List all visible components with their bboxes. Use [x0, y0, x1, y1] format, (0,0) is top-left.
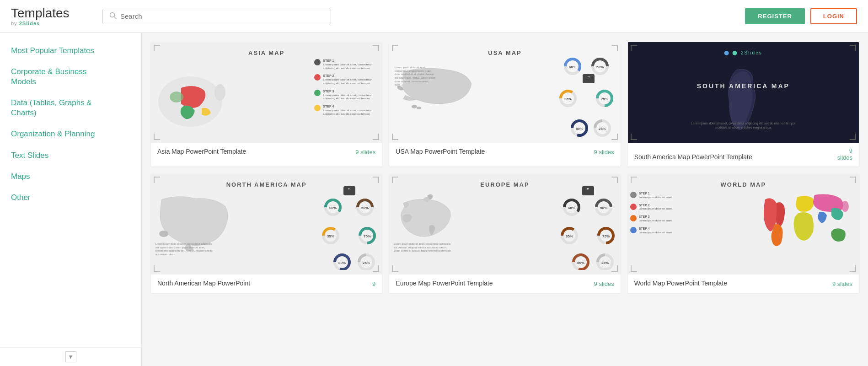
template-thumbnail-north-america: NORTH AMERICA MAP "	[151, 174, 382, 274]
svg-text:75%: 75%	[601, 97, 608, 101]
south-logo-text: 2Slides	[741, 50, 762, 55]
asia-map-svg	[154, 65, 254, 138]
sidebar: Most Popular Templates Corporate & Busin…	[0, 33, 142, 366]
sidebar-item-data[interactable]: Data (Tables, Graphs &Charts)	[0, 92, 141, 124]
svg-text:60%: 60%	[329, 206, 337, 210]
template-card-europe[interactable]: EUROPE MAP	[389, 174, 620, 293]
svg-text:": "	[587, 187, 589, 194]
svg-point-27	[159, 231, 168, 237]
svg-text:25%: 25%	[363, 261, 370, 265]
europe-info: Europe Map PowerPoint Template 9 slides	[389, 274, 620, 293]
main-content: ASIA MAP	[142, 33, 868, 366]
world-map-title: WORLD MAP	[721, 181, 766, 188]
svg-text:50%: 50%	[361, 206, 369, 210]
asia-template-name: Asia Map PowerPoint Template	[157, 147, 352, 156]
search-input[interactable]	[120, 12, 324, 20]
europe-map-title: EUROPE MAP	[480, 181, 529, 188]
north-america-donut-charts: " 60% 50%	[321, 185, 381, 270]
search-icon	[109, 12, 117, 21]
template-card-south-america[interactable]: 2Slides SOUTH AMERICA MAP	[628, 42, 859, 167]
usa-template-name: USA Map PowerPoint Template	[396, 147, 590, 156]
svg-text:80%: 80%	[576, 127, 583, 131]
main-layout: Most Popular Templates Corporate & Busin…	[0, 33, 868, 366]
asia-info: Asia Map PowerPoint Template 9 slides	[151, 143, 382, 161]
header: Templates by 2Slides REGISTER LOGIN	[0, 0, 868, 33]
svg-text:": "	[587, 75, 589, 82]
north-america-map-title: NORTH AMERICA MAP	[226, 181, 307, 188]
svg-text:50%: 50%	[596, 65, 604, 69]
logo-brand: 2Slides	[19, 21, 40, 26]
sidebar-list: Most Popular Templates Corporate & Busin…	[0, 33, 141, 347]
svg-text:": "	[348, 187, 351, 194]
europe-text: Lorem ipsum dolor sit amet, consectetur …	[394, 242, 453, 253]
world-step-list: STEP 1 Lorem ipsum dolor sit amet. STEP …	[630, 191, 680, 238]
usa-text: Lorem ipsum dolor sit amet, consectetur …	[395, 66, 436, 87]
logo-title: Templates	[11, 6, 84, 21]
usa-map-title: USA MAP	[488, 49, 521, 56]
svg-text:80%: 80%	[338, 261, 346, 265]
template-thumbnail-world: WORLD MAP	[628, 174, 859, 274]
template-thumbnail-asia: ASIA MAP	[151, 42, 382, 143]
template-card-usa[interactable]: USA MAP	[389, 42, 620, 167]
svg-text:50%: 50%	[600, 206, 607, 210]
north-america-info: North American Map PowerPoint 9	[151, 274, 382, 293]
sidebar-item-corporate[interactable]: Corporate & BusinessModels	[0, 61, 141, 92]
sidebar-item-maps[interactable]: Maps	[0, 166, 141, 187]
north-america-slides: 9	[372, 280, 375, 287]
svg-text:35%: 35%	[564, 97, 572, 101]
europe-donut-charts: " 60% 50%	[560, 185, 620, 270]
south-america-template-name: South America Map PowerPoint Template	[634, 153, 834, 161]
svg-text:25%: 25%	[599, 127, 606, 131]
svg-line-1	[114, 16, 117, 19]
svg-text:75%: 75%	[602, 234, 610, 238]
world-slides: 9 slides	[832, 280, 852, 287]
header-buttons: REGISTER LOGIN	[745, 8, 857, 24]
template-card-asia[interactable]: ASIA MAP	[151, 42, 382, 167]
template-card-world[interactable]: WORLD MAP	[628, 174, 859, 293]
north-america-text: Lorem ipsum dolor sit amet, consectetur …	[155, 242, 215, 257]
register-button[interactable]: REGISTER	[745, 8, 804, 24]
svg-text:75%: 75%	[364, 234, 371, 238]
sidebar-item-other[interactable]: Other	[0, 187, 141, 208]
north-america-template-name: North American Map PowerPoint	[157, 279, 369, 287]
svg-text:25%: 25%	[601, 261, 609, 265]
south-america-info: South America Map PowerPoint Template 9s…	[628, 143, 859, 167]
usa-donut-charts: 60% 50% "	[559, 55, 618, 137]
svg-point-6	[417, 107, 421, 109]
europe-template-name: Europe Map PowerPoint Template	[396, 279, 590, 287]
login-button[interactable]: LOGIN	[810, 8, 857, 24]
sidebar-item-most-popular[interactable]: Most Popular Templates	[0, 40, 141, 61]
search-area[interactable]	[102, 9, 331, 24]
svg-text:80%: 80%	[577, 261, 584, 265]
svg-point-3	[214, 84, 225, 101]
svg-point-68	[841, 201, 849, 212]
usa-slides: 9 slides	[594, 149, 614, 156]
south-logo-area: 2Slides	[724, 50, 762, 55]
template-thumbnail-usa: USA MAP	[389, 42, 620, 143]
template-thumbnail-south-america: 2Slides SOUTH AMERICA MAP	[628, 42, 859, 143]
svg-point-5	[412, 105, 417, 108]
south-america-title: SOUTH AMERICA MAP	[697, 82, 790, 90]
svg-text:60%: 60%	[568, 206, 575, 210]
world-map-svg	[761, 190, 857, 259]
world-info: World Map PowerPoint Template 9 slides	[628, 274, 859, 293]
svg-point-4	[170, 92, 183, 102]
south-america-slides: 9slides	[837, 147, 852, 161]
asia-slides: 9 slides	[355, 149, 375, 156]
logo-area: Templates by 2Slides	[11, 6, 84, 26]
logo-subtitle: by 2Slides	[11, 21, 84, 26]
templates-grid: ASIA MAP	[151, 42, 859, 293]
svg-text:60%: 60%	[569, 65, 576, 69]
usa-info: USA Map PowerPoint Template 9 slides	[389, 143, 620, 161]
europe-slides: 9 slides	[594, 280, 614, 287]
scroll-down-button[interactable]: ▼	[65, 351, 76, 362]
sidebar-scroll-area: ▼	[0, 347, 141, 366]
asia-step-list: STEP 1 Lorem ipsum dolor sit amet, conse…	[314, 59, 378, 120]
south-description: Lorem ipsum dolor sit amet, consectetur …	[688, 121, 798, 130]
template-card-north-america[interactable]: NORTH AMERICA MAP "	[151, 174, 382, 293]
svg-text:35%: 35%	[566, 234, 573, 238]
asia-map-title: ASIA MAP	[248, 49, 284, 56]
world-template-name: World Map PowerPoint Template	[634, 279, 829, 287]
sidebar-item-text[interactable]: Text Slides	[0, 145, 141, 166]
sidebar-item-organization[interactable]: Organization & Planning	[0, 124, 141, 145]
